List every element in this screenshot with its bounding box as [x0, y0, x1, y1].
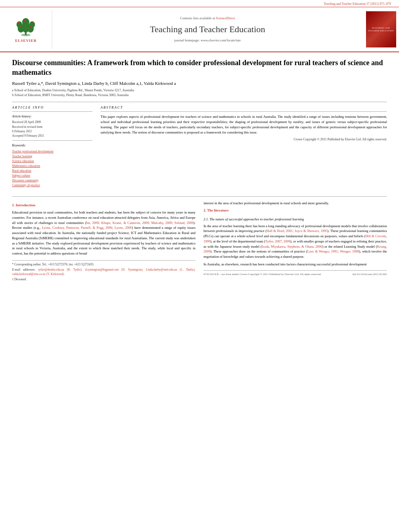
footer-doi: doi:10.1016/j.tate.2011.02.002	[352, 272, 387, 277]
authors-text: Russell Tytler a,*, David Symington a, L…	[12, 81, 176, 86]
journal-center: Contents lists available at ScienceDirec…	[52, 10, 363, 49]
history-label: Article history:	[12, 114, 93, 119]
history-section: Article history: Received 28 April 2009 …	[12, 114, 93, 141]
ref-lyons2006[interactable]: Lyons, Cooksey, Panizzon, Parnell, & Peg…	[42, 226, 132, 230]
journal-homepage: journal homepage: www.elsevier.com/locat…	[60, 38, 355, 43]
article-info-panel: ARTICLE INFO Article history: Received 2…	[12, 105, 93, 190]
keyword-rural-ed[interactable]: Rural education	[12, 168, 93, 173]
literature-paragraph-1: In the area of teacher learning there ha…	[204, 224, 387, 259]
article-info-title: ARTICLE INFO	[12, 105, 93, 112]
footer-issn: 0742-051X/$ – see front matter Crown Cop…	[204, 272, 321, 277]
keyword-math-ed[interactable]: Mathematics education	[12, 164, 93, 168]
research-word: research	[241, 262, 252, 266]
keyword-subject-culture[interactable]: Subject culture	[12, 173, 93, 178]
cover-image: TEACHING AND TEACHER EDUCATION	[366, 11, 396, 47]
journal-reference: Teaching and Teacher Education 27 (2011)…	[0, 0, 399, 7]
ref-im2009[interactable]: Im, 2009; Khupe, Keane, & Cameron, 2009;…	[86, 221, 193, 225]
elsevier-logo: ELSEVIER	[0, 10, 52, 49]
divider-top	[12, 102, 387, 102]
ref-lave1991[interactable]: Lave & Wenger, 1991; Wenger, 1998	[307, 249, 359, 253]
svg-point-10	[18, 22, 19, 24]
svg-point-13	[27, 19, 28, 21]
accepted-date: Accepted 9 February 2011	[12, 134, 93, 138]
science-direct-line: Contents lists available at ScienceDirec…	[60, 16, 355, 21]
svg-point-11	[32, 22, 34, 24]
keywords-section: Keywords: Teacher professional developme…	[12, 143, 93, 187]
ref-hill1999[interactable]: Hill & Crevola, 1999	[204, 234, 387, 243]
affiliations: a School of Education, Deakin University…	[12, 88, 387, 98]
keyword-community-of-practice[interactable]: Community of practice	[12, 183, 93, 188]
journal-title: Teaching and Teacher Education	[60, 23, 355, 36]
svg-point-9	[30, 25, 31, 27]
keyword-teacher-pd[interactable]: Teacher professional development	[12, 149, 93, 154]
affiliation-a: a School of Education, Deakin University…	[12, 88, 387, 93]
science-direct-link[interactable]: ScienceDirect	[216, 16, 235, 20]
keyword-science-ed[interactable]: Science education	[12, 159, 93, 164]
footnote-email: E-mail addresses: tytler@deakin.edu.au (…	[12, 268, 195, 276]
right-column: interest in the area of teacher professi…	[204, 201, 387, 283]
svg-point-7	[22, 18, 29, 26]
literature-paragraph-2: In Australia, as elsewhere, research has…	[204, 262, 387, 267]
left-column: 1. Introduction Educational provision in…	[12, 201, 195, 283]
abstract-panel: ABSTRACT This paper explores aspects of …	[101, 105, 387, 190]
intro-paragraph-1: Educational provision in rural communiti…	[12, 210, 195, 256]
svg-point-1	[21, 34, 31, 36]
abstract-title: ABSTRACT	[101, 105, 387, 112]
bottom-footer: 0742-051X/$ – see front matter Crown Cop…	[204, 270, 387, 277]
ref-hall2001[interactable]: Hall & Hord, 2001; Joyce & Showers, 1995	[267, 229, 327, 233]
received-revised-label: Received in revised form	[12, 125, 93, 129]
subsection-2-1-heading: 2.1. The nature of successful approaches…	[204, 217, 387, 222]
received-date: Received 28 April 2009	[12, 120, 93, 124]
divider-mid	[12, 196, 387, 197]
intro-paragraph-end: interest in the area of teacher professi…	[204, 201, 387, 206]
section-2-heading: 2. The literature	[204, 208, 387, 214]
article-info-abstract: ARTICLE INFO Article history: Received 2…	[12, 105, 387, 190]
footnote-email-link[interactable]: tytler@deakin.edu.au (R. Tytler), d.symi…	[12, 268, 195, 276]
affiliation-b: b School of Education, RMIT University, …	[12, 93, 387, 98]
main-text-columns: 1. Introduction Educational provision in…	[12, 201, 387, 283]
footnote-corresponding: * Corresponding author. Tel.: +613 52272…	[12, 263, 195, 267]
authors-line: Russell Tytler a,*, David Symington a, L…	[12, 80, 387, 86]
svg-point-8	[20, 25, 22, 27]
revised-date: 6 February 2011	[12, 129, 93, 134]
keywords-label: Keywords:	[12, 143, 93, 148]
article-title: Discourse communities: A framework from …	[12, 58, 387, 77]
copyright-line: Crown Copyright © 2011 Published by Else…	[101, 137, 387, 142]
journal-cover-thumbnail: TEACHING AND TEACHER EDUCATION	[363, 10, 399, 49]
keyword-teacher-learning[interactable]: Teacher learning	[12, 154, 93, 159]
ref-tytler2007[interactable]: Tytler, 2007, 2009	[265, 239, 290, 243]
abstract-text: This paper explores aspects of professio…	[101, 114, 387, 135]
elsevier-wordmark: ELSEVIER	[15, 38, 37, 43]
footnotes-area: * Corresponding author. Tel.: +613 52272…	[12, 260, 195, 282]
main-content: Discourse communities: A framework from …	[0, 52, 399, 289]
svg-point-14	[25, 27, 27, 29]
section-1-heading: 1. Introduction	[12, 203, 195, 208]
svg-point-12	[23, 20, 25, 21]
journal-banner: ELSEVIER Contents lists available at Sci…	[0, 7, 399, 52]
footnote-deceased: 1 Deceased.	[12, 277, 195, 282]
keyword-discourse-community[interactable]: Discourse community	[12, 178, 93, 183]
elsevier-tree-icon	[13, 16, 39, 37]
ref-isoda2006[interactable]: Isoda, Miyakawa, Stephens, & Ohara, 2006	[262, 244, 323, 249]
